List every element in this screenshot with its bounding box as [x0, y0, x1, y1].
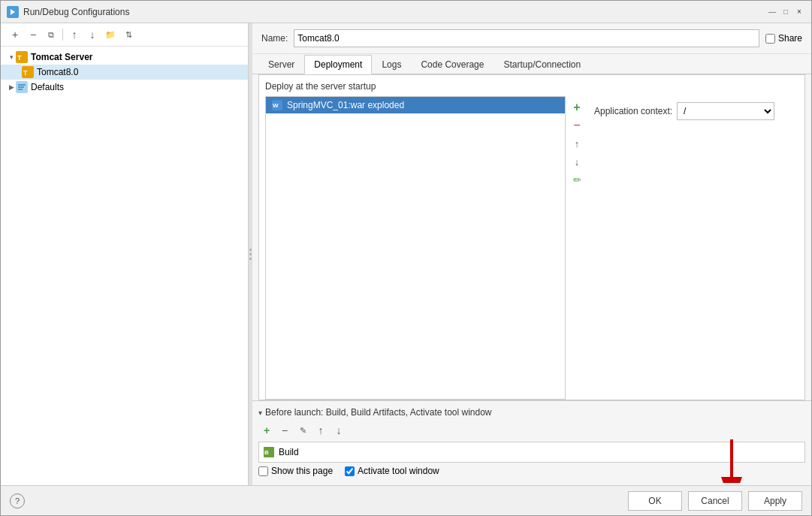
share-checkbox[interactable]: [765, 34, 775, 44]
before-launch-collapse-arrow[interactable]: ▾: [258, 409, 262, 417]
app-context-select[interactable]: /: [677, 102, 774, 120]
title-bar: Run/Debug Configurations — □ ×: [1, 1, 811, 23]
build-icon: B: [264, 447, 274, 457]
apply-button[interactable]: Apply: [748, 491, 802, 511]
show-page-label: Show this page: [271, 466, 333, 476]
deploy-item-label: SpringMVC_01:war exploded: [287, 100, 404, 110]
deploy-remove-button[interactable]: −: [569, 117, 585, 134]
share-label: Share: [778, 33, 802, 44]
tree-item-tomcat-server[interactable]: ▾ T Tomcat Server: [1, 50, 248, 65]
before-launch-add-button[interactable]: +: [258, 422, 275, 439]
separator-1: [62, 29, 63, 41]
add-config-button[interactable]: +: [7, 26, 23, 43]
tomcat8-label: Tomcat8.0: [37, 67, 78, 77]
before-launch-down-button[interactable]: ↓: [331, 422, 347, 439]
sort-button[interactable]: ⇅: [120, 26, 137, 43]
bottom-left: ?: [10, 493, 622, 508]
tab-content: Deploy at the server startup W: [258, 74, 805, 400]
tomcat-server-label: Tomcat Server: [31, 52, 92, 62]
close-button[interactable]: ×: [793, 6, 805, 18]
before-launch-section: ▾ Before launch: Build, Build Artifacts,…: [252, 400, 811, 485]
left-toolbar: + − ⧉ ↑ ↓ 📁 ⇅: [1, 23, 248, 47]
before-launch-list: B Build: [258, 442, 805, 463]
activate-tool-label: Activate tool window: [358, 466, 439, 476]
move-down-button[interactable]: ↓: [84, 26, 101, 43]
svg-text:B: B: [264, 449, 269, 456]
deployment-tab-wrapper: Deploy at the server startup W: [259, 75, 804, 400]
config-tree: ▾ T Tomcat Server T: [1, 47, 248, 485]
bottom-checkboxes: Show this page Activate tool window: [258, 463, 805, 479]
window-controls: — □ ×: [766, 6, 805, 18]
before-launch-build-label: Build: [279, 447, 299, 457]
svg-text:T: T: [23, 69, 28, 77]
before-launch-toolbar: + − ✎ ↑ ↓: [258, 422, 805, 439]
tab-logs[interactable]: Logs: [372, 55, 411, 74]
deploy-item-spring[interactable]: W SpringMVC_01:war exploded: [266, 97, 565, 113]
move-up-button[interactable]: ↑: [66, 26, 83, 43]
show-page-checkbox[interactable]: [258, 466, 268, 476]
before-launch-up-button[interactable]: ↑: [312, 422, 329, 439]
tomcat-server-icon: T: [16, 51, 28, 63]
before-launch-title: Before launch: Build, Build Artifacts, A…: [265, 407, 492, 418]
activate-tool-checkbox[interactable]: [345, 466, 355, 476]
resize-dots: [249, 249, 252, 260]
deploy-add-button[interactable]: +: [569, 99, 585, 116]
title-text: Run/Debug Configurations: [23, 7, 766, 17]
svg-rect-7: [18, 84, 26, 86]
name-input[interactable]: [294, 29, 759, 47]
left-panel: + − ⧉ ↑ ↓ 📁 ⇅ ▾ T: [1, 23, 249, 485]
defaults-icon: [16, 81, 28, 93]
tab-startup-connection[interactable]: Startup/Connection: [494, 55, 590, 74]
before-launch-edit-button[interactable]: ✎: [294, 422, 311, 439]
dot-1: [249, 249, 252, 251]
before-launch-remove-button[interactable]: −: [276, 422, 293, 439]
deploy-edit-button[interactable]: ✏: [569, 171, 585, 188]
main-content: + − ⧉ ↑ ↓ 📁 ⇅ ▾ T: [1, 23, 811, 485]
defaults-arrow[interactable]: ▶: [7, 83, 16, 92]
minimize-button[interactable]: —: [766, 6, 778, 18]
maximize-button[interactable]: □: [780, 6, 792, 18]
bottom-bar: ? OK Cancel Apply: [1, 485, 811, 515]
tab-server[interactable]: Server: [258, 55, 304, 74]
dot-3: [249, 258, 252, 260]
deploy-down-button[interactable]: ↓: [569, 153, 585, 170]
deploy-side-buttons: + − ↑ ↓ ✏: [566, 96, 588, 400]
name-row: Name: Share: [252, 23, 811, 54]
tomcat8-icon: T: [22, 66, 34, 78]
app-context-area: Application context: /: [588, 96, 798, 400]
app-context-row: Application context: /: [594, 102, 792, 120]
help-button[interactable]: ?: [10, 493, 25, 508]
right-panel: Name: Share Server Deployment Logs Code …: [252, 23, 811, 485]
move-to-folder-button[interactable]: 📁: [102, 26, 119, 43]
tomcat-server-arrow[interactable]: ▾: [7, 53, 16, 62]
svg-text:T: T: [17, 54, 22, 62]
spring-icon: W: [272, 100, 282, 110]
dialog-icon: [7, 6, 19, 18]
defaults-label: Defaults: [31, 82, 64, 92]
tree-item-tomcat8[interactable]: T Tomcat8.0: [1, 65, 248, 80]
show-page-item: Show this page: [258, 466, 333, 476]
ok-button[interactable]: OK: [628, 491, 682, 511]
activate-tool-item: Activate tool window: [345, 466, 439, 476]
deploy-list: W SpringMVC_01:war exploded: [265, 96, 566, 400]
tab-code-coverage[interactable]: Code Coverage: [411, 55, 494, 74]
run-debug-configurations-dialog: Run/Debug Configurations — □ × + − ⧉ ↑ ↓…: [0, 0, 812, 516]
dot-2: [249, 253, 252, 255]
cancel-button[interactable]: Cancel: [688, 491, 742, 511]
tab-deployment[interactable]: Deployment: [304, 55, 372, 74]
svg-rect-9: [18, 89, 23, 90]
svg-text:W: W: [273, 102, 279, 109]
share-checkbox-wrap: Share: [765, 33, 802, 44]
app-context-label: Application context:: [594, 106, 672, 116]
copy-config-button[interactable]: ⧉: [43, 26, 59, 43]
tabs-bar: Server Deployment Logs Code Coverage Sta…: [252, 54, 811, 74]
remove-config-button[interactable]: −: [25, 26, 41, 43]
before-launch-item-build[interactable]: B Build: [264, 447, 299, 457]
before-launch-header: ▾ Before launch: Build, Build Artifacts,…: [258, 407, 805, 418]
deploy-area-wrapper: W SpringMVC_01:war exploded + −: [265, 96, 798, 400]
name-label: Name:: [261, 33, 288, 44]
tree-item-defaults[interactable]: ▶ Defaults: [1, 80, 248, 95]
deploy-label: Deploy at the server startup: [265, 75, 798, 96]
deploy-up-button[interactable]: ↑: [569, 135, 585, 152]
svg-rect-8: [18, 86, 24, 88]
